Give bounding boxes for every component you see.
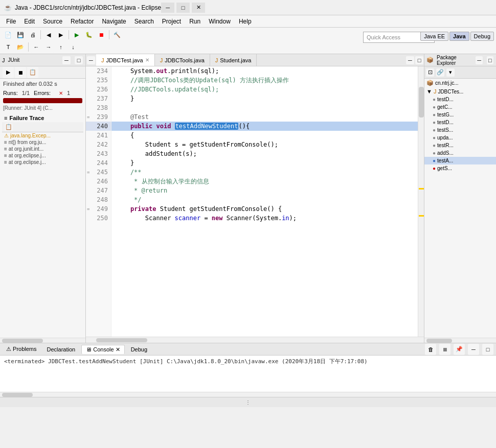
menu-item-file[interactable]: File bbox=[2, 17, 20, 26]
menu-item-source[interactable]: Source bbox=[39, 17, 66, 26]
editor-content[interactable]: 234 235 236 237 238 239= 240 241 242 243… bbox=[86, 66, 424, 337]
editor-tab-student[interactable]: J Student.java bbox=[210, 54, 257, 66]
build-button[interactable]: 🔨 bbox=[111, 29, 123, 40]
trace-bullet-3: ≡ bbox=[4, 153, 7, 158]
pkg-hscroll[interactable] bbox=[424, 338, 496, 343]
pkg-minimize[interactable]: ─ bbox=[476, 56, 482, 64]
editor-hscroll[interactable] bbox=[86, 337, 424, 343]
tree-method-testd2[interactable]: ● testD... bbox=[424, 119, 496, 126]
left-panel-hscroll[interactable] bbox=[0, 338, 85, 343]
editor-minimize-btn[interactable]: ─ bbox=[406, 56, 414, 64]
menu-item-edit[interactable]: Edit bbox=[20, 17, 39, 26]
trace-item-0[interactable]: ⚠ java.lang.Excep... bbox=[2, 132, 83, 139]
editor-hscroll-thumb[interactable] bbox=[96, 338, 147, 342]
next-annotation-button[interactable]: ↓ bbox=[67, 41, 79, 53]
tree-method-icon-4: ● bbox=[433, 120, 436, 125]
stop-button[interactable]: ⏹ bbox=[96, 29, 107, 40]
junit-minimize[interactable]: ─ bbox=[62, 56, 71, 64]
tree-method-tests[interactable]: ● testS... bbox=[424, 126, 496, 134]
junit-errors-x: ✕ bbox=[59, 90, 63, 96]
tree-method-getc[interactable]: ● getC... bbox=[424, 103, 496, 111]
junit-history-button[interactable]: 📋 bbox=[27, 67, 38, 78]
editor-tab-jdbctools[interactable]: J JDBCTools.java bbox=[155, 54, 210, 66]
junit-stop-button[interactable]: ⏹ bbox=[15, 67, 26, 78]
tree-method-gets[interactable]: ● getS... bbox=[424, 164, 496, 172]
menu-item-run[interactable]: Run bbox=[185, 17, 205, 26]
menu-item-project[interactable]: Project bbox=[158, 17, 185, 26]
console-minimize-btn[interactable]: ─ bbox=[468, 344, 479, 355]
run-button[interactable]: ▶ bbox=[71, 29, 82, 40]
code-line-241: { bbox=[111, 131, 418, 140]
tree-package[interactable]: 📦 cn.ntrj.jc... bbox=[424, 79, 496, 87]
console-close[interactable]: ✕ bbox=[116, 346, 120, 352]
trace-item-4[interactable]: ≡ at org.eclipse.j... bbox=[2, 159, 83, 166]
trace-item-2[interactable]: ≡ at org.junit.int... bbox=[2, 146, 83, 152]
console-tab-problems[interactable]: ⚠ Problems bbox=[2, 345, 41, 353]
save-button[interactable]: 💾 bbox=[15, 29, 26, 40]
maximize-button[interactable]: □ bbox=[176, 3, 190, 13]
editor-vscroll-thumb[interactable] bbox=[419, 87, 424, 117]
tree-jdbctest-class[interactable]: ▼ J JDBCTes... bbox=[424, 87, 496, 96]
console-tab-console[interactable]: 🖥 Console ✕ bbox=[81, 345, 124, 354]
console-tab-declaration[interactable]: Declaration bbox=[43, 345, 80, 353]
console-icon: 🖥 bbox=[86, 346, 92, 352]
editor-collapse-btn[interactable]: ─ bbox=[87, 56, 95, 64]
tree-method-testr[interactable]: ● testR... bbox=[424, 142, 496, 149]
forward-button[interactable]: ▶ bbox=[55, 29, 66, 40]
junit-rerun-button[interactable]: ▶ bbox=[3, 67, 14, 78]
pkg-hscroll-thumb[interactable] bbox=[426, 339, 452, 343]
next-edit-button[interactable]: → bbox=[43, 41, 54, 53]
junit-maximize[interactable]: □ bbox=[75, 56, 83, 64]
minimize-button[interactable]: ─ bbox=[161, 3, 174, 13]
menu-item-help[interactable]: Help bbox=[235, 17, 256, 26]
print-button[interactable]: 🖨 bbox=[27, 29, 38, 40]
console-stop-btn[interactable]: ⏹ bbox=[439, 344, 450, 355]
tab-jdbctest-close[interactable]: ✕ bbox=[145, 57, 149, 63]
trace-item-3[interactable]: ≡ at org.eclipse.j... bbox=[2, 152, 83, 159]
perspective-debug[interactable]: Debug bbox=[470, 32, 494, 41]
back-button[interactable]: ◀ bbox=[43, 29, 54, 40]
ln-244: 244 bbox=[86, 158, 111, 168]
problems-icon: ⚠ bbox=[6, 346, 11, 352]
open-resource-button[interactable]: 📂 bbox=[15, 41, 26, 53]
perspective-java-ee[interactable]: Java EE bbox=[420, 32, 448, 41]
tree-method-testa[interactable]: ● testA... bbox=[424, 157, 496, 164]
editor-vscroll[interactable] bbox=[418, 66, 424, 337]
console-maximize-btn[interactable]: □ bbox=[482, 344, 493, 355]
menu-item-refactor[interactable]: Refactor bbox=[66, 17, 98, 26]
console-hscroll[interactable] bbox=[0, 392, 496, 397]
console-clear-btn[interactable]: 🗑 bbox=[425, 344, 436, 355]
menu-item-search[interactable]: Search bbox=[130, 17, 158, 26]
pkg-link-btn[interactable]: 🔗 bbox=[436, 68, 444, 77]
menu-item-window[interactable]: Window bbox=[205, 17, 235, 26]
code-area[interactable]: System.out.println(sql); //调用JDBCTools类的… bbox=[111, 66, 418, 337]
close-button[interactable]: ✕ bbox=[192, 3, 205, 13]
tree-method-upda[interactable]: ● upda... bbox=[424, 134, 496, 142]
debug-button[interactable]: 🐛 bbox=[83, 29, 95, 40]
trace-item-1[interactable]: ≡ nt]) from org.ju... bbox=[2, 139, 83, 146]
prev-annotation-button[interactable]: ↑ bbox=[55, 41, 66, 53]
tree-method-testd[interactable]: ● testD... bbox=[424, 96, 496, 103]
status-center: ⋮ bbox=[245, 399, 251, 405]
pkg-collapse-btn[interactable]: ⊡ bbox=[426, 68, 434, 77]
prev-edit-button[interactable]: ← bbox=[31, 41, 42, 53]
console-tab-debug[interactable]: Debug bbox=[127, 345, 151, 353]
open-type-button[interactable]: T bbox=[3, 41, 14, 53]
junit-tab-label: JUnit bbox=[8, 57, 20, 63]
tree-method-testg[interactable]: ● testG... bbox=[424, 111, 496, 119]
pkg-menu-btn[interactable]: ▾ bbox=[446, 68, 455, 77]
editor-tab-bar: ─ J JDBCTest.java ✕ J JDBCTools.java J S… bbox=[86, 54, 424, 66]
tree-method-adds[interactable]: ● addS... bbox=[424, 149, 496, 157]
perspective-java[interactable]: Java bbox=[449, 32, 469, 41]
new-button[interactable]: 📄 bbox=[3, 29, 14, 40]
trace-copy-button[interactable]: 📋 bbox=[5, 123, 13, 131]
tree-method-icon-9: ● bbox=[433, 158, 436, 163]
pkg-maximize[interactable]: □ bbox=[487, 56, 493, 64]
editor-maximize-btn[interactable]: □ bbox=[415, 56, 423, 64]
console-hscroll-thumb[interactable] bbox=[2, 393, 33, 397]
left-hscroll-thumb[interactable] bbox=[2, 339, 43, 343]
junit-status-text: [Runner: JUnit 4] (C... bbox=[0, 104, 85, 112]
editor-tab-jdbctest[interactable]: J JDBCTest.java ✕ bbox=[96, 54, 155, 66]
console-pin-btn[interactable]: 📌 bbox=[454, 344, 465, 355]
menu-item-navigate[interactable]: Navigate bbox=[98, 17, 130, 26]
